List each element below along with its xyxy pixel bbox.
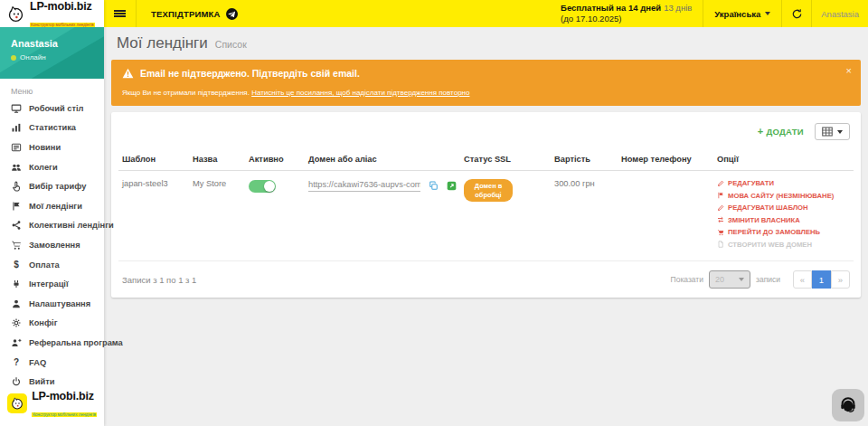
hamburger-menu-icon[interactable] xyxy=(104,0,137,27)
sidebar-item-tariff[interactable]: Вибір тарифу xyxy=(0,176,104,196)
headset-icon xyxy=(838,395,858,415)
pagination-prev-button[interactable]: « xyxy=(793,270,812,289)
dog-logo-icon xyxy=(7,393,27,413)
sidebar-item-faq[interactable]: ? FAQ xyxy=(0,353,104,373)
tap-icon xyxy=(11,181,22,192)
option-go-to-orders[interactable]: ПЕРЕЙТИ ДО ЗАМОВЛЕНЬ xyxy=(717,228,850,236)
app-logo[interactable]: LP-mobi.biz Конструктор мобільних лендін… xyxy=(0,0,104,27)
online-status-dot xyxy=(11,55,16,61)
users-icon xyxy=(11,162,22,173)
support-chat-button[interactable] xyxy=(832,389,864,421)
sidebar-item-orders[interactable]: Замовлення xyxy=(0,235,104,255)
topbar: ТЕХПІДТРИМКА Бесплатный на 14 дней13 дні… xyxy=(104,0,868,27)
row-options: РЕДАГУВАТИ МОВА САЙТУ (НЕЗМІНЮВАНЕ) РЕДА… xyxy=(717,179,850,249)
pagination-next-button[interactable]: » xyxy=(831,270,850,289)
sidebar-user-name: Anastasia xyxy=(11,38,93,49)
logo-text: LP-mobi.biz xyxy=(30,0,92,13)
row-name: My Store xyxy=(189,171,245,261)
gear-icon xyxy=(11,317,22,328)
desktop-icon xyxy=(11,103,22,114)
add-landing-button[interactable]: + ДОДАТИ xyxy=(758,127,804,137)
records-suffix: записи xyxy=(756,275,780,284)
col-header-domain[interactable]: Домен або аліас xyxy=(305,149,460,171)
resend-confirmation-link[interactable]: Натисніть це посилання, щоб надіслати пі… xyxy=(251,89,469,97)
col-header-price[interactable]: Вартість xyxy=(551,149,618,171)
records-info: Записи з 1 по 1 з 1 xyxy=(122,275,196,285)
option-site-language[interactable]: МОВА САЙТУ (НЕЗМІНЮВАНЕ) xyxy=(717,192,850,200)
copy-icon[interactable] xyxy=(429,181,439,191)
col-header-name[interactable]: Назва xyxy=(189,149,245,171)
domain-input[interactable] xyxy=(308,179,420,192)
col-header-active[interactable]: Активно xyxy=(245,149,305,171)
plus-icon: + xyxy=(758,127,764,137)
flag-icon xyxy=(11,201,22,212)
language-icon xyxy=(717,192,724,199)
ssl-status-badge: Домен в обробці xyxy=(464,179,513,202)
page-title: Мої лендінги xyxy=(117,34,208,52)
dollar-icon: $ xyxy=(11,260,22,270)
col-header-phone[interactable]: Номер телефону xyxy=(618,149,713,171)
sidebar-item-statistics[interactable]: Статистика xyxy=(0,118,104,138)
sidebar-item-payment[interactable]: $ Оплата xyxy=(0,255,104,275)
close-icon[interactable]: × xyxy=(846,66,852,76)
landings-table: Шаблон Назва Активно Домен або аліас Ста… xyxy=(118,149,854,261)
trial-days-left: 13 днів xyxy=(664,3,692,13)
footer-logo-text: LP-mobi.biz xyxy=(32,390,94,402)
sidebar-item-desktop[interactable]: Робочий стіл xyxy=(0,99,104,118)
sidebar: LP-mobi.biz Конструктор мобільних лендін… xyxy=(0,0,104,426)
sidebar-item-settings[interactable]: Налаштування xyxy=(0,294,104,314)
row-template: japan-steel3 xyxy=(118,171,189,261)
option-create-web-domain: СТВОРИТИ WEB ДОМЕН xyxy=(717,241,850,249)
pagination: « 1 » xyxy=(793,270,850,289)
menu-section-label: Меню xyxy=(0,79,104,99)
refresh-button[interactable] xyxy=(782,0,811,27)
page-subtitle: Список xyxy=(215,39,247,50)
grid-icon xyxy=(822,127,833,137)
option-change-owner[interactable]: ЗМІНИТИ ВЛАСНИКА xyxy=(717,216,850,224)
option-edit-template[interactable]: РЕДАГУВАТИ ШАБЛОН xyxy=(717,204,850,212)
alert-body-text: Якщо Ви не отримали підтвердження. xyxy=(122,89,250,97)
sidebar-item-my-landings[interactable]: Мої лендінги xyxy=(0,196,104,216)
sidebar-item-news[interactable]: Новини xyxy=(0,137,104,157)
alert-title-text: Email не підтверджено. Підтвердіть свій … xyxy=(140,68,360,79)
sidebar-item-colleagues[interactable]: Колеги xyxy=(0,157,104,177)
news-icon xyxy=(11,142,22,153)
email-alert-banner: Email не підтверджено. Підтвердіть свій … xyxy=(111,60,861,106)
trial-until-date: (до 17.10.2025) xyxy=(561,14,692,24)
page-size-select[interactable]: 20 xyxy=(709,270,750,289)
edit-icon xyxy=(717,180,724,187)
pagination-page-1[interactable]: 1 xyxy=(812,270,831,289)
show-label: Показати xyxy=(671,275,703,284)
sidebar-item-referral[interactable]: Реферальна програма xyxy=(0,333,104,353)
share-icon xyxy=(11,220,22,231)
chevron-down-icon xyxy=(837,130,843,134)
option-edit[interactable]: РЕДАГУВАТИ xyxy=(717,179,850,187)
refresh-icon xyxy=(791,8,803,20)
col-header-template[interactable]: Шаблон xyxy=(118,149,189,171)
sidebar-item-config[interactable]: Конфіг xyxy=(0,314,104,334)
sidebar-menu: Робочий стіл Статистика Новини Колеги Ви… xyxy=(0,99,104,392)
active-toggle[interactable] xyxy=(249,180,276,193)
chevron-down-icon xyxy=(739,278,744,281)
online-status-label: Онлайн xyxy=(20,53,46,62)
sidebar-item-collective-landings[interactable]: Колективні лендінги xyxy=(0,216,104,236)
footer-logo-subtitle: Конструктор мобільних лендінгів xyxy=(32,412,97,417)
support-link[interactable]: ТЕХПІДТРИМКА xyxy=(151,8,238,20)
sidebar-user-panel: Anastasia Онлайн xyxy=(0,27,104,79)
language-label: Українська xyxy=(714,9,760,19)
column-visibility-button[interactable] xyxy=(815,123,850,140)
chevron-down-icon xyxy=(765,12,770,15)
trial-info: Бесплатный на 14 дней13 днів (до 17.10.2… xyxy=(561,3,703,24)
row-phone xyxy=(618,171,713,261)
open-site-icon[interactable] xyxy=(447,181,457,191)
swap-icon xyxy=(717,216,724,223)
file-icon xyxy=(717,241,724,248)
topbar-username[interactable]: Anastasia xyxy=(812,0,868,27)
power-icon xyxy=(11,376,22,387)
sidebar-item-integrations[interactable]: Інтеграції xyxy=(0,274,104,294)
telegram-icon xyxy=(226,8,238,20)
col-header-options[interactable]: Опції xyxy=(713,149,854,171)
col-header-ssl[interactable]: Статус SSL xyxy=(460,149,551,171)
language-selector[interactable]: Українська xyxy=(703,0,781,27)
trial-title: Бесплатный на 14 дней xyxy=(561,3,661,13)
